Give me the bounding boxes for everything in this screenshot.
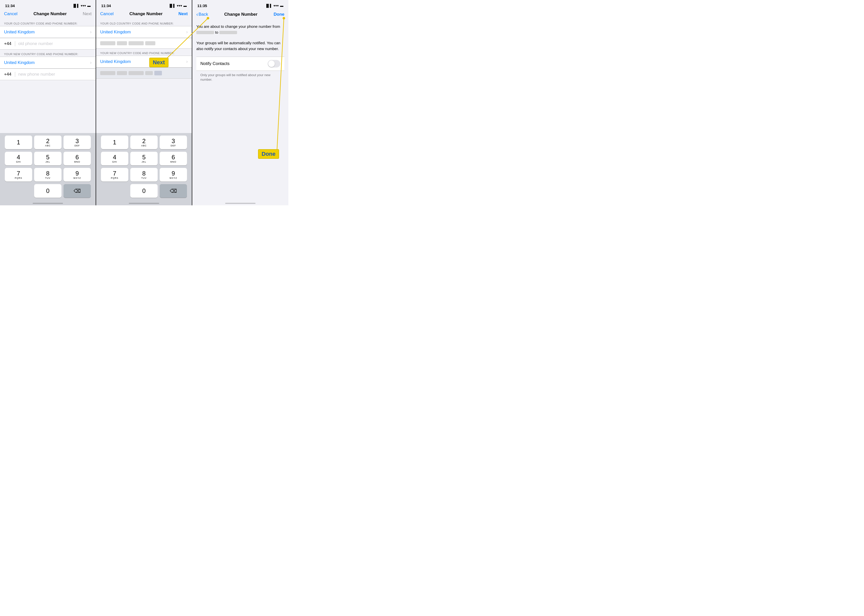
toggle-knob [268, 60, 275, 67]
kb-key-6-2[interactable]: 6MNO [160, 152, 187, 165]
keyboard-2: 1 2ABC 3DEF 4GHI 5JKL 6MNO 7PQRS 8TUV 9W… [96, 133, 192, 205]
blur-7 [129, 71, 144, 75]
annotation-done: Done [258, 149, 279, 159]
kb-row-1-1: 1 2ABC 3DEF [2, 135, 94, 149]
chevron-icon-old-2: › [186, 29, 188, 35]
signal-icon-2: ▐▌▌ [168, 4, 176, 8]
wifi-icon-1: ▾▾▾ [81, 4, 86, 8]
old-country-2[interactable]: United Kingdom [100, 30, 186, 35]
old-section-label-2: YOUR OLD COUNTRY CODE AND PHONE NUMBER: [96, 19, 192, 26]
new-country-row-1[interactable]: United Kingdom › [0, 57, 96, 69]
wifi-icon-3: ▾▾▾ [274, 4, 279, 8]
confirm-text-2: to [215, 30, 219, 35]
status-icons-1: ▐▌▌ ▾▾▾ ▬ [72, 4, 91, 8]
kb-row-4-1: 0 ⌫ [2, 184, 94, 198]
kb-key-1-2[interactable]: 1 [101, 135, 128, 149]
notify-contacts-label: Notify Contacts [200, 61, 230, 66]
kb-row-4-2: 0 ⌫ [98, 184, 190, 198]
new-phone-row-1[interactable]: +44 new phone number [0, 69, 96, 80]
blur-3 [129, 41, 144, 45]
kb-key-9[interactable]: 9WXYZ [63, 168, 91, 182]
panel-3: 11:35 ▐▌▌ ▾▾▾ ▬ ‹ Back Change Number Don… [192, 0, 288, 205]
panel-2: 11:34 ▐▌▌ ▾▾▾ ▬ Cancel Change Number Nex… [96, 0, 192, 205]
blur-1 [100, 41, 115, 45]
battery-icon-3: ▬ [280, 4, 283, 8]
back-chevron-icon: ‹ [196, 11, 198, 17]
notify-toggle[interactable] [268, 60, 280, 68]
kb-key-3[interactable]: 3DEF [63, 135, 91, 149]
annotation-next-text: Next [153, 59, 165, 66]
kb-key-9-2[interactable]: 9WXYZ [160, 168, 187, 182]
kb-key-1[interactable]: 1 [5, 135, 32, 149]
old-phone-row-2 [96, 38, 192, 49]
status-bar-1: 11:34 ▐▌▌ ▾▾▾ ▬ [0, 0, 96, 9]
chevron-icon-old-1: › [90, 29, 91, 35]
panels-wrapper: 11:34 ▐▌▌ ▾▾▾ ▬ Cancel Change Number Nex… [0, 0, 288, 205]
home-indicator-2 [129, 203, 159, 204]
next-button-1[interactable]: Next [83, 11, 91, 16]
home-indicator-3 [225, 203, 255, 204]
nav-title-2: Change Number [129, 11, 162, 16]
old-country-row-2[interactable]: United Kingdom › [96, 26, 192, 38]
kb-row-3-2: 7PQRS 8TUV 9WXYZ [98, 168, 190, 182]
status-icons-3: ▐▌▌ ▾▾▾ ▬ [265, 4, 283, 8]
done-button-3[interactable]: Done [274, 12, 284, 17]
kb-key-empty-2 [101, 184, 128, 198]
kb-key-5-2[interactable]: 5JKL [130, 152, 157, 165]
kb-key-6[interactable]: 6MNO [63, 152, 91, 165]
kb-row-3-1: 7PQRS 8TUV 9WXYZ [2, 168, 94, 182]
wifi-icon-2: ▾▾▾ [177, 4, 182, 8]
new-country-1[interactable]: United Kingdom [4, 60, 90, 65]
kb-key-2[interactable]: 2ABC [34, 135, 61, 149]
confirm-description: You are about to change your phone numbe… [196, 24, 284, 35]
kb-key-2-2[interactable]: 2ABC [130, 135, 157, 149]
old-country-row-1[interactable]: United Kingdom › [0, 26, 96, 38]
confirm-body-3: You are about to change your phone numbe… [192, 20, 288, 88]
kb-key-0-2[interactable]: 0 [130, 184, 157, 198]
status-icons-2: ▐▌▌ ▾▾▾ ▬ [168, 4, 187, 8]
kb-key-0[interactable]: 0 [34, 184, 61, 198]
new-phone-placeholder-1[interactable]: new phone number [18, 72, 55, 77]
kb-row-2-2: 4GHI 5JKL 6MNO [98, 152, 190, 165]
back-label-3[interactable]: Back [198, 12, 208, 17]
cancel-button-1[interactable]: Cancel [4, 11, 17, 16]
notify-section: Notify Contacts Only your groups will be… [196, 57, 284, 84]
old-phone-placeholder-1[interactable]: old phone number [18, 41, 53, 46]
new-section-label-2: YOUR NEW COUNTRY CODE AND PHONE NUMBER: [96, 49, 192, 56]
nav-bar-3: ‹ Back Change Number Done [192, 9, 288, 20]
new-country-row-2[interactable]: United Kingdom › [96, 56, 192, 68]
new-phone-row-2 [96, 68, 192, 79]
kb-key-empty-1 [5, 184, 32, 198]
kb-key-backspace-2[interactable]: ⌫ [160, 184, 187, 198]
battery-icon-2: ▬ [183, 4, 187, 8]
cursor-block [154, 71, 162, 75]
status-time-1: 11:34 [5, 3, 15, 8]
notify-contacts-row[interactable]: Notify Contacts [196, 57, 284, 71]
old-phone-row-1[interactable]: +44 old phone number [0, 38, 96, 50]
new-country-2[interactable]: United Kingdom [100, 59, 186, 64]
chevron-icon-new-1: › [90, 60, 91, 65]
kb-key-8[interactable]: 8TUV [34, 168, 61, 182]
new-blurred-number-2 [100, 71, 162, 75]
blur-2 [117, 41, 127, 45]
back-button-3[interactable]: ‹ Back [196, 11, 208, 17]
old-phone-code-1: +44 [4, 41, 15, 46]
status-time-3: 11:35 [197, 3, 207, 8]
old-country-1[interactable]: United Kingdom [4, 30, 90, 35]
next-button-2[interactable]: Next [178, 11, 188, 16]
kb-key-backspace-1[interactable]: ⌫ [63, 184, 91, 198]
annotation-done-text: Done [261, 151, 275, 157]
cancel-button-2[interactable]: Cancel [100, 11, 113, 16]
kb-key-4-2[interactable]: 4GHI [101, 152, 128, 165]
blur-5 [100, 71, 115, 75]
kb-key-4[interactable]: 4GHI [5, 152, 32, 165]
kb-key-7-2[interactable]: 7PQRS [101, 168, 128, 182]
panel-1: 11:34 ▐▌▌ ▾▾▾ ▬ Cancel Change Number Nex… [0, 0, 96, 205]
kb-key-3-2[interactable]: 3DEF [160, 135, 187, 149]
status-time-2: 11:34 [101, 3, 111, 8]
kb-key-7[interactable]: 7PQRS [5, 168, 32, 182]
kb-key-5[interactable]: 5JKL [34, 152, 61, 165]
annotation-next: Next [149, 58, 168, 67]
kb-key-8-2[interactable]: 8TUV [130, 168, 157, 182]
nav-title-1: Change Number [33, 11, 66, 16]
